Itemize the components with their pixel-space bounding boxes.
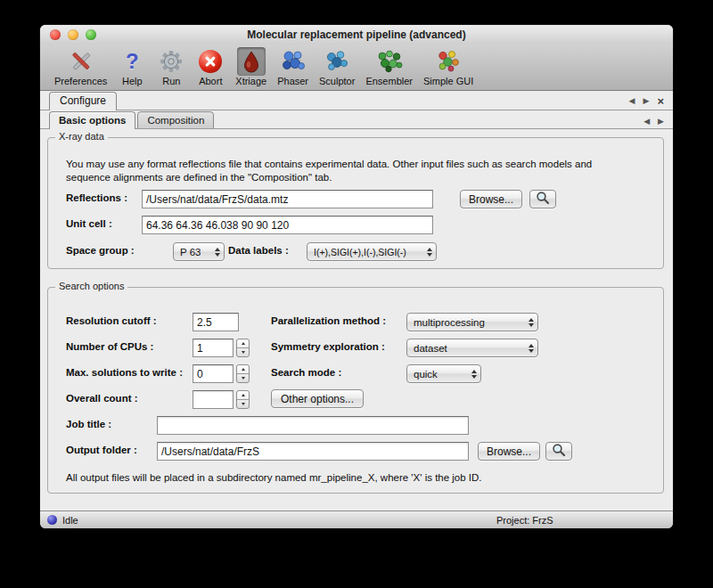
status-bar: Idle Project: FrzS (40, 510, 673, 528)
xray-data-group-title: X-ray data (55, 131, 108, 142)
tab-basic-options-label: Basic options (59, 115, 126, 126)
output-note: All output files will be placed in a sub… (66, 472, 482, 483)
toolbar-button-help[interactable]: ? Help (114, 46, 150, 87)
space-group-value: P 63 (180, 247, 201, 257)
output-folder-browse-button[interactable]: Browse... (478, 442, 540, 461)
tab-composition-label: Composition (147, 115, 204, 126)
project-label: Project: FrzS (496, 515, 553, 526)
resolution-cutoff-input[interactable] (193, 313, 239, 331)
combo-arrows-icon (529, 344, 534, 353)
search-mode-label: Search mode : (271, 367, 341, 378)
max-solutions-stepper[interactable] (236, 364, 250, 383)
toolbar-label-ensembler: Ensembler (365, 76, 413, 86)
output-folder-search-button[interactable] (545, 442, 572, 461)
symmetry-exploration-label: Symmetry exploration : (271, 341, 385, 352)
reflections-label: Reflections : (66, 192, 127, 203)
reflections-search-button[interactable] (529, 190, 556, 208)
overall-count-input[interactable] (193, 390, 234, 409)
magnifier-icon (536, 191, 550, 208)
unit-cell-input[interactable] (142, 216, 433, 234)
toolbar-label-phaser: Phaser (277, 76, 308, 86)
tab-bar-rule (40, 110, 673, 110)
close-window-button[interactable] (50, 29, 61, 40)
sculptor-icon (323, 47, 351, 76)
space-group-label: Space group : (66, 245, 135, 256)
toolbar-button-sculptor[interactable]: Sculptor (316, 46, 358, 87)
tab-composition[interactable]: Composition (137, 111, 214, 129)
toolbar-label-simple-gui: Simple GUI (423, 76, 473, 86)
data-labels-label: Data labels : (228, 245, 289, 256)
tab-scroll-left-icon[interactable]: ◀ (629, 97, 635, 105)
window-title: Molecular replacement pipeline (advanced… (40, 29, 673, 41)
stepper-down-button[interactable] (237, 348, 249, 357)
xray-description-line2: sequence alignments are defined in the "… (66, 171, 592, 184)
tab-configure-label: Configure (60, 94, 106, 107)
toolbar-button-ensembler[interactable]: Ensembler (362, 46, 416, 87)
combo-arrows-icon (529, 318, 534, 327)
search-options-group: Search options Resolution cutoff : Paral… (47, 287, 664, 494)
stepper-down-button[interactable] (237, 400, 249, 409)
preferences-icon (67, 47, 95, 76)
data-labels-select[interactable]: I(+),SIGI(+),I(-),SIGI(-) (307, 242, 437, 261)
tab-configure[interactable]: Configure (49, 92, 117, 110)
space-group-select[interactable]: P 63 (173, 242, 225, 261)
stepper-up-button[interactable] (237, 339, 249, 348)
toolbar-label-sculptor: Sculptor (319, 76, 355, 86)
zoom-window-button[interactable] (86, 29, 96, 40)
title-bar[interactable]: Molecular replacement pipeline (advanced… (40, 25, 673, 45)
main-tab-bar: Configure ◀ ▶ × (40, 91, 673, 110)
toolbar-label-preferences: Preferences (54, 76, 107, 86)
tab-close-icon[interactable]: × (657, 95, 664, 107)
toolbar-label-abort: Abort (199, 76, 222, 86)
unit-cell-label: Unit cell : (66, 218, 112, 229)
toolbar-button-phaser[interactable]: Phaser (274, 46, 312, 87)
xray-description-line1: You may use any format reflections file … (66, 158, 592, 171)
search-mode-select[interactable]: quick (406, 364, 481, 383)
xray-data-group: X-ray data You may use any format reflec… (47, 137, 664, 269)
stepper-up-button[interactable] (237, 365, 249, 374)
number-of-cpus-stepper[interactable] (236, 339, 250, 357)
app-window: Molecular replacement pipeline (advanced… (40, 25, 673, 528)
output-folder-label: Output folder : (66, 445, 137, 455)
output-folder-input[interactable] (157, 442, 469, 461)
tab-scroll-right-icon[interactable]: ▶ (643, 97, 649, 105)
sub-tab-bar: Basic options Composition ◀ ▶ (40, 110, 673, 129)
ensembler-icon (375, 47, 404, 76)
other-options-button[interactable]: Other options... (271, 389, 364, 408)
reflections-browse-button[interactable]: Browse... (460, 190, 522, 208)
symmetry-exploration-select[interactable]: dataset (406, 339, 538, 357)
main-tab-nav: ◀ ▶ × (629, 95, 673, 110)
max-solutions-input[interactable] (193, 364, 234, 383)
toolbar-button-abort[interactable]: Abort (193, 46, 228, 87)
stepper-up-button[interactable] (237, 391, 249, 400)
tab-basic-options[interactable]: Basic options (49, 111, 135, 129)
overall-count-label: Overall count : (66, 393, 138, 404)
desktop-background: Molecular replacement pipeline (advanced… (0, 0, 713, 588)
search-mode-value: quick (414, 369, 438, 380)
toolbar-button-run[interactable]: Run (153, 46, 189, 87)
toolbar-label-help: Help (122, 76, 143, 86)
resolution-cutoff-label: Resolution cutoff : (66, 315, 157, 326)
status-text: Idle (62, 515, 78, 526)
toolbar-button-xtriage[interactable]: Xtriage (232, 46, 270, 87)
parallelization-method-value: multiprocessing (414, 317, 485, 328)
help-icon: ? (118, 47, 146, 76)
number-of-cpus-input[interactable] (193, 339, 234, 357)
subtab-scroll-right-icon[interactable]: ▶ (658, 118, 664, 126)
job-title-label: Job title : (66, 419, 111, 429)
phaser-icon (279, 47, 307, 76)
window-controls (50, 29, 96, 40)
stepper-down-button[interactable] (237, 374, 249, 383)
magnifier-icon (552, 443, 566, 460)
overall-count-stepper[interactable] (236, 390, 250, 409)
minimize-window-button[interactable] (68, 29, 78, 40)
search-options-group-title: Search options (55, 281, 127, 291)
job-title-input[interactable] (157, 416, 469, 435)
parallelization-method-select[interactable]: multiprocessing (406, 313, 538, 331)
subtab-scroll-left-icon[interactable]: ◀ (643, 118, 650, 126)
reflections-input[interactable] (142, 190, 433, 208)
max-solutions-label: Max. solutions to write : (66, 367, 183, 378)
symmetry-exploration-value: dataset (414, 343, 447, 354)
toolbar-button-preferences[interactable]: Preferences (51, 46, 111, 87)
toolbar-button-simple-gui[interactable]: Simple GUI (420, 46, 477, 87)
